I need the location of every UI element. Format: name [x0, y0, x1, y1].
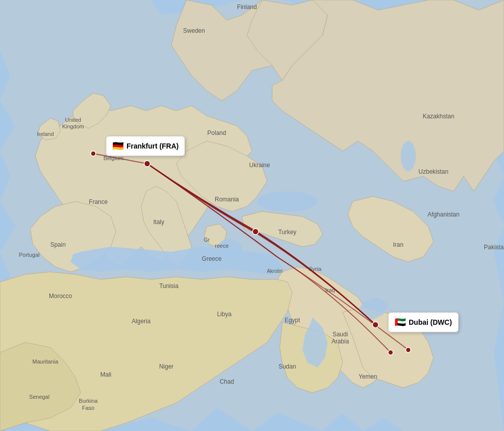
svg-text:Akrotiri: Akrotiri — [267, 268, 282, 274]
svg-text:France: France — [89, 198, 108, 205]
svg-text:Spain: Spain — [50, 241, 66, 248]
svg-text:Uzbekistan: Uzbekistan — [418, 168, 448, 175]
svg-text:Algeria: Algeria — [132, 318, 151, 325]
svg-text:Arabia: Arabia — [332, 338, 349, 345]
svg-text:Morocco: Morocco — [49, 293, 72, 300]
svg-text:Senegal: Senegal — [29, 394, 49, 400]
svg-point-2 — [257, 191, 318, 211]
svg-text:Finland: Finland — [237, 4, 257, 11]
svg-text:Libya: Libya — [217, 311, 232, 318]
svg-text:Sudan: Sudan — [279, 363, 296, 370]
svg-text:Romania: Romania — [215, 196, 239, 203]
svg-text:Faso: Faso — [82, 405, 94, 411]
svg-text:Kazakhstan: Kazakhstan — [423, 113, 455, 120]
svg-point-1 — [401, 141, 416, 171]
svg-point-7 — [372, 322, 379, 328]
svg-text:Gr: Gr — [204, 237, 210, 243]
svg-point-5 — [144, 161, 150, 167]
svg-text:Egypt: Egypt — [285, 317, 300, 324]
svg-text:Yemen: Yemen — [359, 373, 377, 380]
svg-text:Belgium: Belgium — [103, 155, 123, 161]
svg-text:Turkey: Turkey — [278, 229, 296, 236]
svg-text:Pakista...: Pakista... — [484, 244, 504, 251]
svg-text:Syria: Syria — [308, 266, 322, 272]
svg-point-8 — [388, 350, 393, 355]
svg-text:Sweden: Sweden — [183, 27, 205, 34]
svg-text:Iran: Iran — [393, 241, 404, 248]
svg-text:Chad: Chad — [220, 378, 234, 385]
svg-text:Afghanistan: Afghanistan — [427, 211, 459, 218]
svg-point-4 — [253, 229, 259, 235]
svg-text:Mauritania: Mauritania — [32, 358, 58, 365]
map-container: Finland Sweden United Kingdom Ireland Fr… — [0, 0, 504, 431]
svg-point-6 — [91, 151, 96, 156]
svg-text:Mali: Mali — [100, 371, 111, 378]
svg-text:Portugal: Portugal — [19, 252, 40, 258]
svg-text:Ukraine: Ukraine — [249, 162, 270, 169]
svg-text:Poland: Poland — [207, 129, 226, 136]
svg-text:Italy: Italy — [153, 219, 164, 226]
svg-text:United: United — [65, 117, 81, 123]
svg-text:reece: reece — [215, 243, 229, 249]
svg-text:Greece: Greece — [202, 255, 222, 262]
svg-point-9 — [406, 347, 411, 352]
svg-text:Burkina: Burkina — [79, 398, 98, 404]
svg-text:Tunisia: Tunisia — [159, 282, 179, 290]
svg-text:Iraq: Iraq — [326, 287, 335, 293]
svg-text:Kingdom: Kingdom — [62, 123, 84, 129]
svg-text:Saudi: Saudi — [333, 331, 348, 338]
svg-text:Ireland: Ireland — [37, 131, 54, 137]
svg-text:Niger: Niger — [159, 363, 174, 370]
